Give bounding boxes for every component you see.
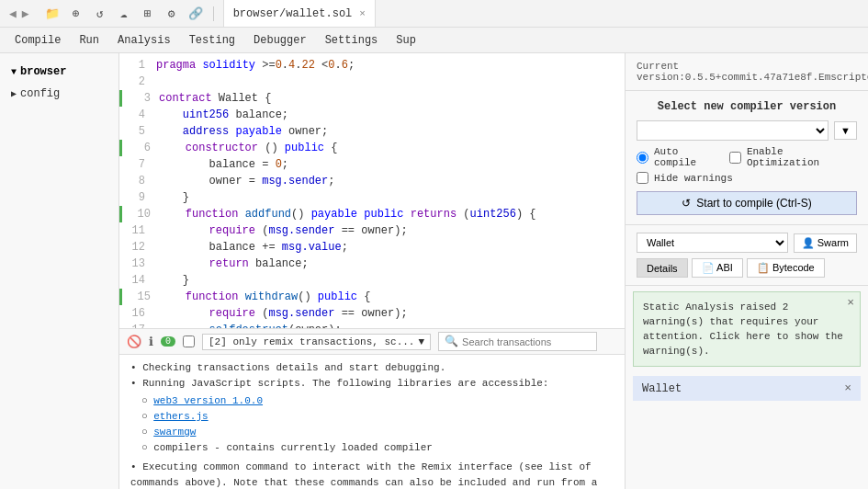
sidebar-item-config[interactable]: ▶ config	[0, 83, 118, 105]
clear-icon[interactable]: 🚫	[127, 335, 141, 349]
line-number-11: 11	[119, 222, 152, 239]
line-number-14: 14	[119, 272, 152, 289]
code-line-13: 13 return balance;	[119, 256, 625, 272]
line-content-11: require (msg.sender == owner);	[152, 222, 408, 239]
web3-link[interactable]: web3 version 1.0.0	[153, 395, 263, 406]
editor-tab[interactable]: browser/wallet.sol ×	[223, 0, 376, 27]
code-line-5: 5 address payable owner;	[119, 123, 625, 140]
tx-filter-label: [2] only remix transactions, sc...	[209, 336, 414, 347]
folder-icon[interactable]: 📁	[44, 6, 61, 22]
contract-tabs: Details 📄 ABI 📋 Bytecode	[637, 258, 857, 278]
menu-analysis[interactable]: Analysis	[110, 31, 178, 50]
menu-testing[interactable]: Testing	[182, 31, 242, 50]
code-line-4: 4 uint256 balance;	[119, 107, 625, 123]
line-content-17: selfdestruct(owner);	[152, 322, 342, 328]
tab-close-icon[interactable]: ×	[359, 8, 366, 19]
console-lib-compilers: ○ compilers - contains currently loaded …	[141, 440, 614, 456]
search-input[interactable]	[462, 336, 591, 347]
menu-run[interactable]: Run	[72, 31, 107, 50]
code-editor[interactable]: 1pragma solidity >=0.4.22 <0.6;23contrac…	[119, 53, 625, 328]
console-line-1: • Checking transactions details and star…	[130, 360, 614, 376]
line-content-3: contract Wallet {	[155, 90, 271, 107]
info-icon[interactable]: ℹ	[149, 335, 153, 349]
auto-compile-row: Auto compile Enable Optimization	[637, 146, 857, 168]
contract-row: Wallet 👤 Swarm	[637, 233, 857, 253]
code-line-6: 6 constructor () public {	[119, 140, 625, 156]
code-line-7: 7 balance = 0;	[119, 156, 625, 173]
sidebar-item-browser[interactable]: ▼ browser	[0, 61, 118, 83]
wallet-badge-close-icon[interactable]: ×	[844, 381, 851, 395]
console-line-2: • Running JavaScript scripts. The follow…	[130, 376, 614, 392]
code-line-14: 14 }	[119, 272, 625, 289]
line-content-8: owner = msg.sender;	[152, 173, 334, 189]
editor-bottom-wrapper: 1pragma solidity >=0.4.22 <0.6;23contrac…	[119, 53, 625, 489]
compiler-select-row: ▼	[637, 120, 857, 141]
ethers-link[interactable]: ethers.js	[153, 411, 208, 422]
bytecode-tab[interactable]: 📋 Bytecode	[747, 258, 825, 278]
line-content-12: balance += msg.value;	[152, 239, 348, 256]
compiler-version-select[interactable]	[637, 120, 829, 141]
line-number-9: 9	[119, 189, 152, 206]
bytecode-icon: 📋	[757, 262, 770, 273]
hide-warnings-row: Hide warnings	[637, 172, 857, 184]
line-content-15: function withdraw() public {	[155, 289, 370, 305]
details-tab[interactable]: Details	[637, 258, 688, 278]
swarm-person-icon: 👤	[802, 237, 815, 249]
hide-warnings-checkbox[interactable]	[637, 172, 648, 184]
console-lib-swarm: ○ swarmgw	[141, 425, 614, 440]
swarm-link[interactable]: swarmgw	[153, 426, 196, 438]
back-arrow-icon[interactable]: ◀	[7, 5, 18, 23]
compiler-arrow-button[interactable]: ▼	[834, 121, 857, 140]
warning-close-icon[interactable]: ×	[847, 296, 854, 311]
auto-compile-radio[interactable]	[637, 152, 648, 164]
line-number-4: 4	[119, 107, 152, 123]
toolbar: ◀ ▶ 📁 ⊕ ↺ ☁ ⊞ ⚙ 🔗 browser/wallet.sol ×	[0, 0, 868, 28]
code-line-9: 9 }	[119, 189, 625, 206]
wallet-badge: Wallet ×	[633, 376, 861, 401]
compile-button[interactable]: ↺ Start to compile (Ctrl-S)	[637, 191, 857, 215]
swarm-button[interactable]: 👤 Swarm	[794, 233, 857, 253]
code-line-1: 1pragma solidity >=0.4.22 <0.6;	[119, 57, 625, 74]
wallet-badge-label: Wallet	[642, 382, 682, 395]
enable-opt-checkbox[interactable]	[729, 152, 741, 164]
search-icon: 🔍	[445, 335, 458, 348]
cloud-icon[interactable]: ☁	[116, 6, 132, 22]
abi-tab[interactable]: 📄 ABI	[692, 258, 743, 278]
contract-select[interactable]: Wallet	[637, 233, 788, 253]
main-layout: ▼ browser ▶ config 1pragma solidity >=0.…	[0, 53, 868, 489]
line-number-6: 6	[122, 140, 155, 156]
console-line-exec: • Executing common command to interact w…	[130, 460, 614, 489]
tab-bar: browser/wallet.sol ×	[223, 0, 861, 27]
console-libs: ○ web3 version 1.0.0 ○ ethers.js ○ swarm…	[130, 393, 614, 456]
warning-text: Static Analysis raised 2 warning(s) that…	[643, 301, 843, 357]
menu-settings[interactable]: Settings	[318, 31, 386, 50]
copy-icon[interactable]: ⊞	[140, 6, 156, 22]
search-box: 🔍	[438, 332, 597, 351]
settings-icon[interactable]: ⚙	[163, 6, 180, 22]
line-content-10: function addfund() payable public return…	[155, 206, 536, 222]
compile-icon: ↺	[682, 197, 691, 210]
refresh-icon[interactable]: ↺	[92, 6, 108, 22]
link-icon[interactable]: 🔗	[187, 6, 204, 22]
menu-debugger[interactable]: Debugger	[246, 31, 314, 50]
bottom-toolbar: 🚫 ℹ 0 [2] only remix transactions, sc...…	[119, 329, 625, 355]
compile-btn-label: Start to compile (Ctrl-S)	[696, 197, 811, 210]
menu-compile[interactable]: Compile	[7, 31, 68, 50]
line-number-5: 5	[119, 123, 152, 140]
tx-select-arrow-icon: ▼	[418, 336, 424, 347]
swarm-label: Swarm	[817, 237, 849, 248]
code-line-17: 17 selfdestruct(owner);	[119, 322, 625, 328]
tx-checkbox[interactable]	[183, 335, 195, 347]
tx-select[interactable]: [2] only remix transactions, sc... ▼	[202, 334, 431, 350]
git-icon[interactable]: ⊕	[68, 6, 85, 22]
bytecode-label: Bytecode	[772, 262, 815, 273]
line-number-16: 16	[119, 305, 152, 322]
menu-sup[interactable]: Sup	[389, 31, 423, 50]
enable-opt-label: Enable Optimization	[747, 146, 857, 168]
console-lib-ethers: ○ ethers.js	[141, 409, 614, 425]
config-arrow-icon: ▶	[11, 88, 17, 99]
warning-banner[interactable]: Static Analysis raised 2 warning(s) that…	[633, 291, 861, 367]
console-lib-web3: ○ web3 version 1.0.0	[141, 393, 614, 409]
forward-arrow-icon[interactable]: ▶	[20, 5, 31, 23]
right-panel: Current version:0.5.5+commit.47a71e8f.Em…	[625, 53, 868, 489]
